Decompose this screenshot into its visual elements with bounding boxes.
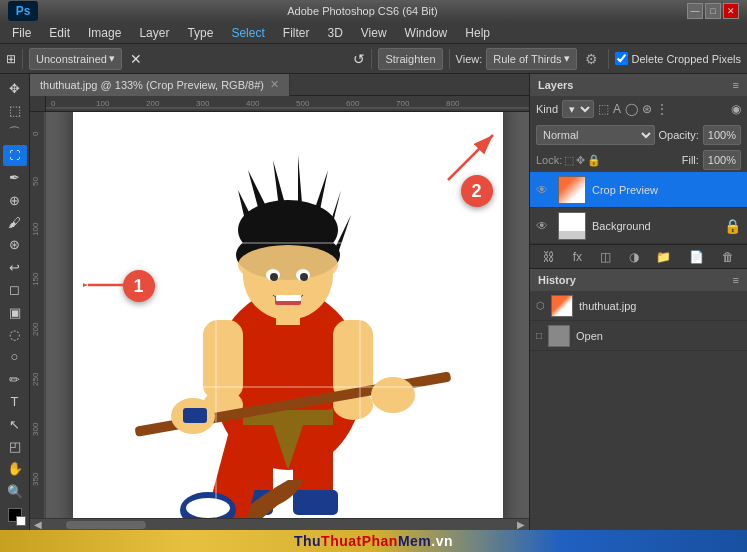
lock-all-icon[interactable]: 🔒 <box>587 154 601 167</box>
tool-eraser[interactable]: ◻ <box>3 280 27 300</box>
layers-panel-header: Layers ≡ <box>530 74 747 96</box>
filter-icon-2[interactable]: A <box>613 102 621 116</box>
tool-hand[interactable]: ✋ <box>3 459 27 479</box>
unconstrained-dropdown[interactable]: Unconstrained ▾ <box>29 48 122 70</box>
view-dropdown[interactable]: Rule of Thirds ▾ <box>486 48 576 70</box>
tool-eyedropper[interactable]: ✒ <box>3 168 27 188</box>
tool-dodge[interactable]: ○ <box>3 347 27 367</box>
tool-blur[interactable]: ◌ <box>3 324 27 344</box>
settings-icon[interactable]: ⚙ <box>581 51 602 67</box>
tool-gradient[interactable]: ▣ <box>3 302 27 322</box>
delete-layer-icon[interactable]: 🗑 <box>722 250 734 264</box>
scroll-right-btn[interactable]: ▶ <box>513 519 529 530</box>
kind-select[interactable]: ▾ <box>562 100 594 118</box>
ruler-corner: 0 100 200 300 400 500 600 700 800 <box>30 96 529 112</box>
tool-brush[interactable]: 🖌 <box>3 212 27 232</box>
filter-icon-4[interactable]: ⊛ <box>642 102 652 116</box>
tool-history-brush[interactable]: ↩ <box>3 257 27 277</box>
svg-point-50 <box>371 377 415 413</box>
tool-spot-heal[interactable]: ⊕ <box>3 190 27 210</box>
history-menu-icon[interactable]: ≡ <box>733 274 739 286</box>
svg-rect-51 <box>183 408 207 423</box>
menu-filter[interactable]: Filter <box>275 24 318 42</box>
canvas-tab[interactable]: thuthuat.jpg @ 133% (Crop Preview, RGB/8… <box>30 74 290 96</box>
scrollbar-thumb[interactable] <box>66 521 146 529</box>
history-panel-header: History ≡ <box>530 269 747 291</box>
layer-eye-crop[interactable]: 👁 <box>536 183 552 197</box>
tool-shape[interactable]: ◰ <box>3 436 27 456</box>
watermark-text: ThuThuatPhanMem.vn <box>294 533 453 549</box>
layers-search-bar: Kind ▾ ⬚ A ◯ ⊛ ⋮ ◉ <box>530 96 747 122</box>
straighten-button[interactable]: Straighten <box>378 48 442 70</box>
canvas-area: thuthuat.jpg @ 133% (Crop Preview, RGB/8… <box>30 74 529 530</box>
menu-bar: File Edit Image Layer Type Select Filter… <box>0 22 747 44</box>
menu-image[interactable]: Image <box>80 24 129 42</box>
svg-text:350: 350 <box>31 472 40 486</box>
tool-marquee[interactable]: ⬚ <box>3 100 27 120</box>
menu-help[interactable]: Help <box>457 24 498 42</box>
lock-pos-icon[interactable]: ✥ <box>576 154 585 167</box>
filter-toggle[interactable]: ◉ <box>731 102 741 116</box>
layer-name-bg: Background <box>592 220 718 232</box>
goku-image <box>73 112 503 518</box>
lock-pixel-icon[interactable]: ⬚ <box>564 154 574 167</box>
layer-item-crop-preview[interactable]: 👁 Crop Preview <box>530 172 747 208</box>
close-button[interactable]: ✕ <box>723 3 739 19</box>
tool-pen[interactable]: ✏ <box>3 369 27 389</box>
menu-type[interactable]: Type <box>179 24 221 42</box>
menu-window[interactable]: Window <box>397 24 456 42</box>
menu-select[interactable]: Select <box>223 24 272 42</box>
filter-icon-1[interactable]: ⬚ <box>598 102 609 116</box>
delete-cropped-checkbox[interactable] <box>615 52 628 65</box>
horizontal-scrollbar[interactable]: ◀ ▶ <box>30 518 529 530</box>
svg-text:100: 100 <box>96 99 110 108</box>
menu-edit[interactable]: Edit <box>41 24 78 42</box>
svg-rect-44 <box>203 320 243 400</box>
new-layer-icon[interactable]: 📄 <box>689 250 704 264</box>
title-bar-title: Adobe Photoshop CS6 (64 Bit) <box>38 5 687 17</box>
thumb-bg-strip <box>559 231 585 239</box>
wm-thu: Thu <box>294 533 321 549</box>
tool-type[interactable]: T <box>3 391 27 411</box>
blend-mode-select[interactable]: Normal <box>536 125 655 145</box>
options-toolbar: ⊞ Unconstrained ▾ ✕ ↺ Straighten View: R… <box>0 44 747 74</box>
foreground-bg-colors[interactable] <box>4 505 26 524</box>
tool-crop[interactable]: ⛶ <box>3 145 27 165</box>
svg-point-40 <box>270 273 278 281</box>
svg-text:0: 0 <box>31 131 40 136</box>
history-item-0[interactable]: ⬡ thuthuat.jpg <box>530 291 747 321</box>
ruler-vertical: 0 50 100 150 200 250 300 350 <box>30 112 46 518</box>
menu-layer[interactable]: Layer <box>131 24 177 42</box>
tool-path-select[interactable]: ↖ <box>3 414 27 434</box>
adjustment-icon[interactable]: ◑ <box>629 250 639 264</box>
canvas-content[interactable]: 1 2 <box>46 112 529 518</box>
canvas-tab-close[interactable]: ✕ <box>270 78 279 91</box>
opacity-value[interactable]: 100% <box>703 125 741 145</box>
layer-eye-bg[interactable]: 👁 <box>536 219 552 233</box>
tool-move[interactable]: ✥ <box>3 78 27 98</box>
delete-cropped-label[interactable]: Delete Cropped Pixels <box>615 52 741 65</box>
menu-view[interactable]: View <box>353 24 395 42</box>
svg-text:100: 100 <box>31 222 40 236</box>
menu-file[interactable]: File <box>4 24 39 42</box>
minimize-button[interactable]: — <box>687 3 703 19</box>
menu-3d[interactable]: 3D <box>319 24 350 42</box>
history-item-1[interactable]: □ Open <box>530 321 747 351</box>
tool-zoom[interactable]: 🔍 <box>3 481 27 501</box>
fill-value[interactable]: 100% <box>703 150 741 170</box>
tool-lasso[interactable]: ⌒ <box>3 123 27 143</box>
tool-clone[interactable]: ⊛ <box>3 235 27 255</box>
cancel-crop-button[interactable]: ✕ <box>126 51 146 67</box>
filter-icon-3[interactable]: ◯ <box>625 102 638 116</box>
scroll-left-btn[interactable]: ◀ <box>30 519 46 530</box>
rotate-button[interactable]: ↺ <box>353 51 365 67</box>
new-group-icon[interactable]: 📁 <box>656 250 671 264</box>
title-bar: Ps Adobe Photoshop CS6 (64 Bit) — □ ✕ <box>0 0 747 22</box>
filter-icon-5[interactable]: ⋮ <box>656 102 668 116</box>
link-layers-icon[interactable]: ⛓ <box>543 250 555 264</box>
fx-icon[interactable]: fx <box>573 250 582 264</box>
layer-item-background[interactable]: 👁 Background 🔒 <box>530 208 747 244</box>
add-mask-icon[interactable]: ◫ <box>600 250 611 264</box>
layers-menu-icon[interactable]: ≡ <box>733 79 739 91</box>
maximize-button[interactable]: □ <box>705 3 721 19</box>
